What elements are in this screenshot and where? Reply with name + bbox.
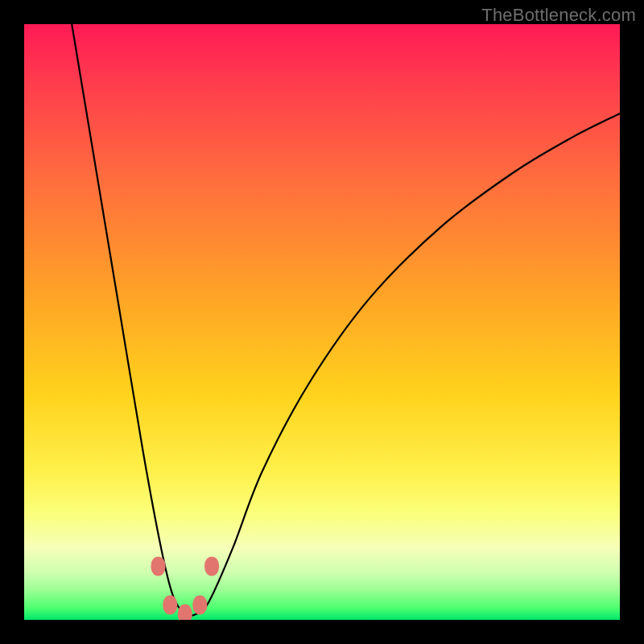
watermark-text: TheBottleneck.com	[481, 5, 636, 26]
curve-marker	[163, 596, 177, 615]
curve-marker	[192, 596, 207, 615]
curve-marker	[204, 556, 219, 576]
curve-markers-group	[151, 556, 220, 620]
chart-svg	[24, 24, 620, 620]
curve-marker	[151, 556, 166, 576]
curve-marker	[178, 605, 192, 620]
bottleneck-curve-line	[72, 24, 620, 616]
chart-plot-area	[24, 24, 620, 620]
